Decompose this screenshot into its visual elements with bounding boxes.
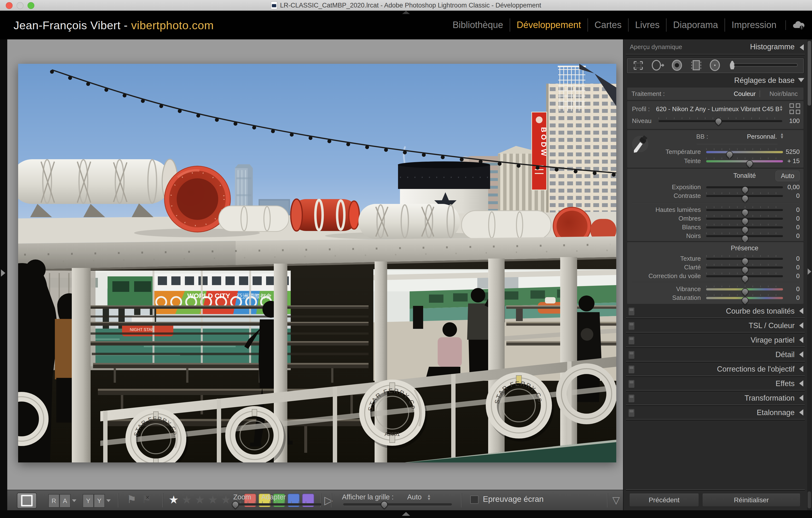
right-panel-collapse-arrow-icon[interactable] xyxy=(808,268,811,275)
panel-header-virage-partiel[interactable]: Virage partiel xyxy=(624,334,812,346)
texture-slider[interactable] xyxy=(706,258,783,260)
module-impression[interactable]: Impression xyxy=(725,18,783,32)
module-diaporama[interactable]: Diaporama xyxy=(666,18,725,32)
contrast-slider[interactable] xyxy=(706,195,783,197)
grid-value-carets-icon[interactable]: ▴▾ xyxy=(428,494,430,500)
top-panel-reveal-arrow-icon[interactable] xyxy=(402,11,410,14)
before-after-caret-icon[interactable] xyxy=(106,499,111,502)
right-panel-scrollbar[interactable] xyxy=(807,39,812,510)
zoom-button[interactable] xyxy=(28,2,34,9)
tint-slider-thumb[interactable] xyxy=(745,159,754,169)
filmstrip-reveal-arrow-icon[interactable] xyxy=(402,512,410,516)
module-bibliotheque[interactable]: Bibliothèque xyxy=(446,18,510,32)
collapse-arrow-icon[interactable] xyxy=(799,366,803,372)
collapse-arrow-icon[interactable] xyxy=(799,395,803,401)
reference-view-button[interactable]: RA xyxy=(48,494,70,508)
crop-tool-icon[interactable] xyxy=(634,62,642,69)
collapse-arrow-icon[interactable] xyxy=(799,308,803,314)
star-rating-5[interactable]: ★ xyxy=(221,493,231,506)
reference-view-caret-icon[interactable] xyxy=(72,499,76,502)
wb-carets-icon[interactable]: ▴▾ xyxy=(781,132,783,139)
tint-slider[interactable] xyxy=(706,160,783,162)
profile-browser-icon[interactable] xyxy=(789,103,800,114)
auto-tone-button[interactable]: Auto xyxy=(776,171,800,181)
star-rating-1[interactable]: ★ xyxy=(169,493,179,506)
histogram-panel-header[interactable]: Aperçu dynamique Histogramme xyxy=(624,41,806,53)
profile-carets-icon[interactable]: ▴▾ xyxy=(780,105,782,111)
panel-header-detail[interactable]: Détail xyxy=(624,348,812,361)
star-rating-3[interactable]: ★ xyxy=(195,493,205,506)
level-slider[interactable] xyxy=(659,120,782,122)
panel-toggle-switch[interactable] xyxy=(628,409,635,417)
panel-toggle-switch[interactable] xyxy=(628,365,635,373)
wb-value[interactable]: Personnal. xyxy=(720,133,777,141)
dehaze-slider[interactable] xyxy=(706,275,783,277)
grid-size-slider[interactable] xyxy=(343,503,452,506)
panel-toggle-switch[interactable] xyxy=(628,380,635,388)
basic-panel-title[interactable]: Réglages de base xyxy=(734,76,794,85)
panel-header-tsl-couleur[interactable]: TSL / Couleur xyxy=(624,319,812,332)
collapse-arrow-icon[interactable] xyxy=(799,337,803,343)
basic-expand-arrow-icon[interactable] xyxy=(798,78,804,82)
highlights-slider[interactable] xyxy=(706,209,783,211)
panel-toggle-switch[interactable] xyxy=(628,394,635,402)
collapse-arrow-icon[interactable] xyxy=(799,409,803,416)
grid-slider-thumb[interactable] xyxy=(379,500,389,509)
sync-status-icon[interactable] xyxy=(785,20,805,30)
collapse-arrow-icon[interactable] xyxy=(799,351,803,358)
shadows-slider[interactable] xyxy=(706,218,783,220)
reset-button[interactable]: Réinitialiser xyxy=(702,494,801,507)
radial-filter-icon[interactable] xyxy=(710,60,720,70)
exposure-slider[interactable] xyxy=(706,186,783,188)
panel-toggle-switch[interactable] xyxy=(628,351,635,359)
treatment-color-option[interactable]: Couleur xyxy=(734,90,756,98)
blacks-slider[interactable] xyxy=(706,235,783,237)
star-rating-2[interactable]: ★ xyxy=(182,493,192,506)
photo-canvas[interactable]: BODW xyxy=(18,64,616,462)
toolbar-options-caret-icon[interactable]: ▽ xyxy=(612,494,620,506)
scrollbar-grip[interactable] xyxy=(808,491,811,508)
treatment-bw-option[interactable]: Noir/blanc xyxy=(770,90,798,98)
soft-proof-checkbox[interactable] xyxy=(470,495,478,504)
panel-toggle-switch[interactable] xyxy=(628,336,635,344)
saturation-slider-thumb[interactable] xyxy=(740,296,750,305)
pick-flag-icon[interactable]: ⚑ xyxy=(127,493,136,506)
before-after-view-button[interactable]: YY xyxy=(83,494,105,508)
histogram-title[interactable]: Histogramme xyxy=(750,42,794,51)
red-eye-tool-icon[interactable] xyxy=(672,60,682,70)
star-rating-4[interactable]: ★ xyxy=(208,493,218,506)
previous-button[interactable]: Précédent xyxy=(629,494,699,507)
graduated-filter-icon[interactable] xyxy=(692,61,701,70)
heal-tool-icon[interactable] xyxy=(652,60,664,70)
histogram-collapse-arrow-icon[interactable] xyxy=(800,44,804,51)
profile-value[interactable]: 620 - Nikon Z Any - Lumineux Vibrant C45… xyxy=(655,105,781,113)
minimize-button[interactable] xyxy=(17,2,24,9)
clarity-slider[interactable] xyxy=(706,267,783,269)
loupe-view-button[interactable] xyxy=(17,493,37,509)
panel-header-transformation[interactable]: Transformation xyxy=(624,392,812,404)
zoom-slider[interactable] xyxy=(232,503,321,506)
saturation-slider[interactable] xyxy=(706,297,783,299)
fit-label[interactable]: Adapter xyxy=(261,493,286,501)
panel-header-courbe-des-tonalites[interactable]: Courbe des tonalités xyxy=(624,305,812,317)
dehaze-slider-thumb[interactable] xyxy=(740,274,750,283)
zoom-label[interactable]: Zoom xyxy=(233,493,251,501)
soft-proof-label[interactable]: Epreuvage écran xyxy=(483,494,544,504)
contrast-slider-thumb[interactable] xyxy=(740,193,750,203)
whites-slider[interactable] xyxy=(706,226,783,228)
collapse-arrow-icon[interactable] xyxy=(799,380,803,387)
left-panel-reveal-arrow-icon[interactable] xyxy=(1,269,5,277)
close-button[interactable] xyxy=(6,2,12,9)
panel-header-etalonnage[interactable]: Etalonnage xyxy=(624,406,812,419)
module-livres[interactable]: Livres xyxy=(628,18,666,32)
module-cartes[interactable]: Cartes xyxy=(587,18,628,32)
reject-flag-icon[interactable]: ⚑✕ xyxy=(142,493,151,506)
module-developpement[interactable]: Développement xyxy=(510,18,587,32)
smart-preview-status[interactable]: Aperçu dynamique xyxy=(630,43,682,51)
scrollbar-thumb[interactable] xyxy=(808,41,811,105)
panel-toggle-switch[interactable] xyxy=(628,307,635,315)
panel-header-effets[interactable]: Effets xyxy=(624,377,812,390)
temp-slider[interactable] xyxy=(706,151,783,153)
panel-header-corrections-objectif[interactable]: Corrections de l'objectif xyxy=(624,363,812,375)
adjustment-brush-icon[interactable] xyxy=(730,61,798,69)
